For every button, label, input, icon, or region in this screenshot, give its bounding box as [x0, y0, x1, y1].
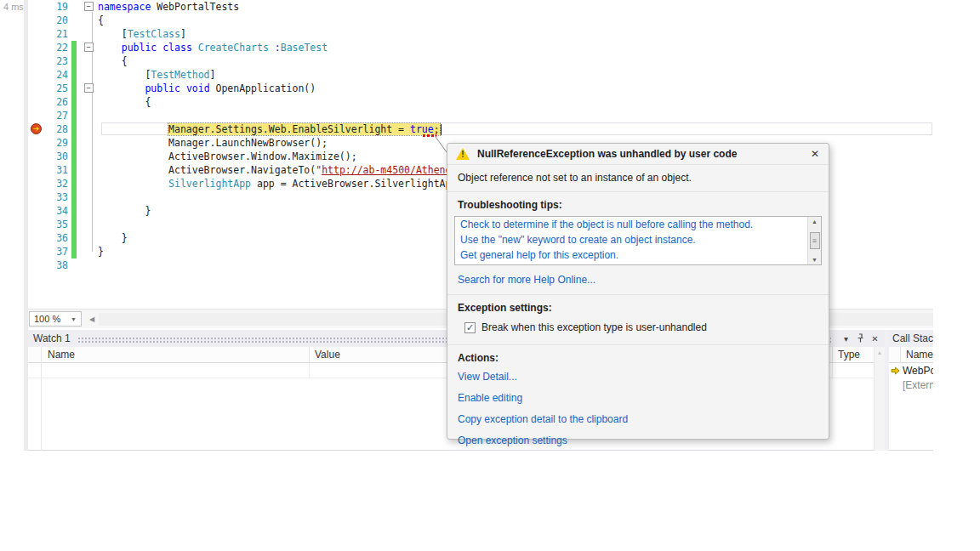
outline-margin[interactable]: −: [79, 82, 98, 95]
outline-margin[interactable]: [79, 95, 98, 109]
fold-collapse-box[interactable]: −: [84, 2, 94, 11]
line-number[interactable]: 27: [28, 109, 71, 122]
outline-margin[interactable]: −: [79, 0, 98, 14]
code-text[interactable]: Manager.Settings.Web.EnableSilverlight =…: [98, 122, 933, 136]
line-number[interactable]: 19: [28, 0, 71, 14]
outline-margin[interactable]: [79, 190, 98, 204]
code-line[interactable]: 21 [TestClass]: [28, 27, 933, 41]
change-tracking-bar: [71, 109, 77, 122]
troubleshooting-tip-link[interactable]: Get general help for this exception.: [455, 247, 806, 263]
callstack-titlebar[interactable]: Call Stack: [889, 330, 933, 347]
line-number[interactable]: 20: [28, 14, 71, 27]
line-number[interactable]: 26: [28, 95, 71, 109]
code-text[interactable]: public void OpenApplication(): [98, 82, 933, 95]
code-text[interactable]: [98, 109, 933, 122]
zoom-value: 100 %: [34, 314, 60, 324]
hscroll-left-arrow-icon[interactable]: ◀: [89, 315, 94, 323]
action-link[interactable]: Copy exception detail to the clipboard: [447, 410, 829, 431]
fold-collapse-box[interactable]: −: [84, 43, 94, 52]
outline-margin[interactable]: [79, 150, 98, 163]
code-text[interactable]: [TestClass]: [98, 27, 933, 41]
code-text[interactable]: public class CreateCharts :BaseTest: [98, 41, 933, 54]
close-icon[interactable]: ✕: [808, 148, 822, 160]
watch-scrollbar[interactable]: ▲: [874, 347, 885, 451]
code-line[interactable]: 24 [TestMethod]: [28, 68, 933, 82]
line-number[interactable]: 35: [28, 218, 71, 231]
code-line[interactable]: 22− public class CreateCharts :BaseTest: [28, 41, 933, 54]
line-number[interactable]: 22: [28, 41, 71, 54]
line-number[interactable]: 30: [28, 150, 71, 163]
code-line[interactable]: 20{: [28, 14, 933, 27]
exception-title: NullReferenceException was unhandled by …: [477, 148, 808, 160]
scroll-thumb[interactable]: ≡: [810, 232, 820, 249]
line-number[interactable]: 32: [28, 177, 71, 190]
code-text[interactable]: {: [98, 54, 933, 68]
column-header-type[interactable]: Type: [832, 347, 874, 362]
scroll-down-icon[interactable]: ▼: [812, 257, 818, 263]
tips-scrollbar[interactable]: ▲ ≡ ▼: [807, 217, 821, 264]
column-header-name[interactable]: Name: [41, 347, 309, 362]
code-line[interactable]: 23 {: [28, 54, 933, 68]
line-number[interactable]: 38: [28, 258, 71, 272]
scroll-up-icon[interactable]: ▲: [875, 347, 885, 359]
line-number[interactable]: 24: [28, 68, 71, 82]
zoom-dropdown[interactable]: 100 % ▼: [29, 311, 82, 327]
callstack-row[interactable]: WebPortalTests: [889, 363, 933, 378]
code-text[interactable]: {: [98, 14, 933, 27]
callstack-row[interactable]: [External Code]: [889, 378, 933, 392]
change-tracking-bar: [71, 41, 77, 54]
code-line[interactable]: 26 {: [28, 95, 933, 109]
outline-margin[interactable]: [79, 163, 98, 177]
line-number[interactable]: 36: [28, 231, 71, 245]
code-line[interactable]: 19−namespace WebPortalTests: [28, 0, 933, 14]
line-number[interactable]: 23: [28, 54, 71, 68]
outline-margin[interactable]: [79, 68, 98, 82]
window-position-icon[interactable]: ▾: [840, 334, 852, 344]
close-icon[interactable]: ✕: [869, 334, 881, 344]
fold-collapse-box[interactable]: −: [84, 83, 94, 93]
callstack-rows: WebPortalTests[External Code]: [889, 363, 933, 392]
line-number[interactable]: 21: [28, 27, 71, 41]
outline-margin[interactable]: −: [79, 41, 98, 54]
outline-margin[interactable]: [79, 136, 98, 150]
code-line[interactable]: 25− public void OpenApplication(): [28, 82, 933, 95]
troubleshooting-tip-link[interactable]: Use the "new" keyword to create an objec…: [455, 232, 806, 247]
outline-margin[interactable]: [79, 122, 98, 136]
outline-margin[interactable]: [79, 27, 98, 41]
code-text[interactable]: {: [98, 95, 933, 109]
action-link[interactable]: Open exception settings: [447, 431, 829, 452]
outline-margin[interactable]: [79, 231, 98, 245]
code-line[interactable]: 28 Manager.Settings.Web.EnableSilverligh…: [28, 122, 933, 136]
row-header-separator: [41, 347, 42, 451]
pin-icon[interactable]: [854, 333, 867, 344]
code-text[interactable]: [TestMethod]: [98, 68, 933, 82]
outline-margin[interactable]: [79, 54, 98, 68]
exception-break-icon[interactable]: ➔: [31, 123, 42, 134]
outline-margin[interactable]: [79, 258, 98, 272]
column-header-name[interactable]: Name: [901, 347, 933, 362]
search-help-link[interactable]: Search for more Help Online...: [447, 270, 829, 295]
line-number[interactable]: 29: [28, 136, 71, 150]
exception-statement-highlight[interactable]: Manager.Settings.Web.EnableSilverlight =…: [168, 123, 440, 135]
outline-margin[interactable]: [79, 14, 98, 27]
action-link[interactable]: View Detail...: [447, 367, 829, 389]
line-number[interactable]: 34: [28, 204, 71, 218]
line-number[interactable]: 33: [28, 190, 71, 204]
outline-margin[interactable]: [79, 204, 98, 218]
line-number[interactable]: 25: [28, 82, 71, 95]
outline-margin[interactable]: [79, 177, 98, 190]
line-number[interactable]: 37: [28, 245, 71, 258]
break-checkbox-label: Break when this exception type is user-u…: [481, 321, 707, 333]
action-link[interactable]: Enable editing: [447, 389, 829, 410]
line-number[interactable]: 31: [28, 163, 71, 177]
current-frame-column: [889, 363, 901, 378]
code-line[interactable]: 27: [28, 109, 933, 122]
troubleshooting-tip-link[interactable]: Check to determine if the object is null…: [455, 217, 806, 232]
outline-margin[interactable]: [79, 218, 98, 231]
outline-margin[interactable]: [79, 109, 98, 122]
code-text[interactable]: namespace WebPortalTests: [98, 0, 933, 14]
scroll-up-icon[interactable]: ▲: [812, 219, 818, 224]
outline-margin[interactable]: [79, 245, 98, 258]
vs-debug-screen: 4 ms 19−namespace WebPortalTests20{21 [T…: [0, 0, 980, 551]
break-checkbox[interactable]: ✓: [464, 322, 476, 333]
